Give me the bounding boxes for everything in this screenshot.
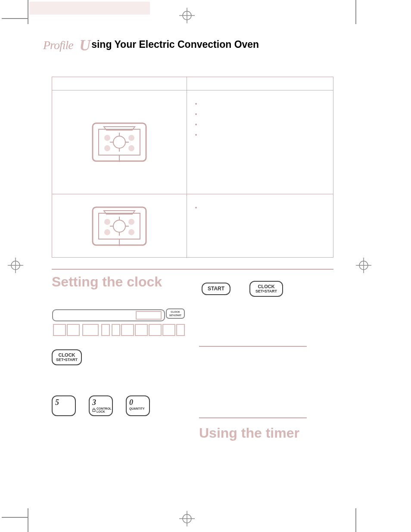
svg-point-6 xyxy=(11,261,20,270)
oven-illustration-row1 xyxy=(52,90,187,194)
button-label-line1: CLOCK xyxy=(255,284,277,289)
svg-point-33 xyxy=(128,219,134,225)
title-text: sing Your Electric Convection Oven xyxy=(91,39,259,50)
svg-point-3 xyxy=(183,514,191,523)
svg-rect-47 xyxy=(135,324,147,336)
info-table xyxy=(52,77,333,258)
oven-illustration-row2 xyxy=(52,194,187,258)
number-pad-row: 5 3 CONTROL LOCK xyxy=(52,395,186,416)
svg-rect-50 xyxy=(177,324,184,336)
number-pad-3-control-lock[interactable]: 3 CONTROL LOCK xyxy=(89,395,113,416)
svg-rect-48 xyxy=(149,324,161,336)
svg-text:SET•START: SET•START xyxy=(169,314,181,317)
oven-icon xyxy=(90,205,149,248)
lock-icon xyxy=(92,408,96,412)
svg-rect-43 xyxy=(83,324,98,336)
registration-mark-left xyxy=(8,258,23,273)
brand-script-logo: Profile xyxy=(43,38,78,52)
svg-point-35 xyxy=(128,229,134,235)
button-label-line2: SET•START xyxy=(56,358,78,362)
button-label-line2: SET•START xyxy=(255,289,277,293)
section-title-clock: Setting the clock xyxy=(52,274,186,290)
pad-number: 5 xyxy=(55,398,59,407)
svg-point-0 xyxy=(183,11,191,20)
clock-set-start-button[interactable]: CLOCK SET•START xyxy=(52,349,82,365)
svg-rect-49 xyxy=(163,324,175,336)
page-title: Using Your Electric Convection Oven xyxy=(79,39,259,50)
svg-point-23 xyxy=(128,145,134,151)
svg-rect-45 xyxy=(112,324,120,336)
header-faded-strip xyxy=(29,2,150,15)
cropmark xyxy=(355,0,356,24)
svg-point-20 xyxy=(104,135,110,141)
registration-mark-right xyxy=(356,258,371,273)
pad-sub-line1: CONTROL xyxy=(97,407,112,410)
start-button[interactable]: START xyxy=(202,283,230,295)
cropmark xyxy=(2,517,28,518)
svg-rect-51 xyxy=(93,410,95,412)
cropmark xyxy=(28,0,28,24)
svg-point-26 xyxy=(113,220,125,232)
svg-point-34 xyxy=(104,229,110,235)
svg-rect-44 xyxy=(102,324,109,336)
svg-point-14 xyxy=(113,136,125,148)
svg-point-32 xyxy=(104,219,110,225)
button-label-line1: CLOCK xyxy=(56,353,78,358)
button-label: START xyxy=(208,286,224,292)
control-panel-illustration: CLOCK SET•START xyxy=(52,307,185,339)
cropmark xyxy=(2,18,28,19)
bullet-list-row1 xyxy=(187,90,333,194)
number-pad-5[interactable]: 5 xyxy=(52,395,76,416)
svg-text:CLOCK: CLOCK xyxy=(171,311,180,313)
registration-mark-top xyxy=(179,8,195,23)
pad-sub-line2: LOCK xyxy=(97,410,112,413)
svg-rect-46 xyxy=(121,324,134,336)
svg-rect-37 xyxy=(136,311,161,319)
pad-number: 0 xyxy=(129,398,133,407)
svg-rect-42 xyxy=(67,324,79,336)
title-drop-cap: U xyxy=(79,37,91,54)
svg-point-22 xyxy=(104,145,110,151)
cropmark xyxy=(355,508,356,532)
section-divider xyxy=(199,346,307,347)
oven-icon xyxy=(90,121,149,164)
pad-sub-line1: QUANTITY xyxy=(129,407,145,410)
clock-set-start-button[interactable]: CLOCK SET•START xyxy=(249,281,283,297)
number-pad-0-quantity[interactable]: 0 QUANTITY xyxy=(126,395,150,416)
section-title-timer: Using the timer xyxy=(199,425,333,441)
svg-point-9 xyxy=(359,261,368,270)
svg-point-21 xyxy=(128,135,134,141)
svg-rect-41 xyxy=(53,324,65,336)
bullet-list-row2 xyxy=(187,194,333,258)
cropmark xyxy=(28,508,28,532)
registration-mark-bottom xyxy=(179,511,195,526)
pad-number: 3 xyxy=(92,398,96,407)
section-divider xyxy=(199,417,307,418)
